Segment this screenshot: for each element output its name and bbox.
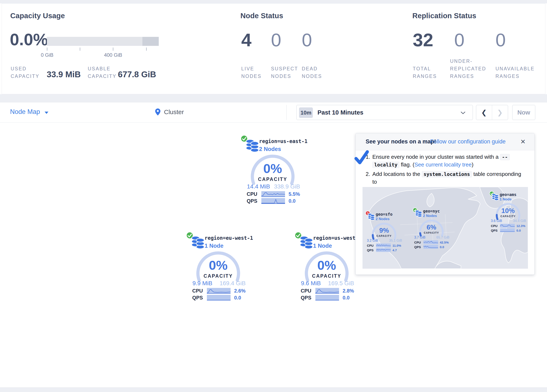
geo-used-capacity: 3.7 GiB	[414, 236, 425, 239]
geo-capacity-label: CAPACITY	[371, 234, 397, 237]
geo-used-capacity: 3.2 GiB	[367, 239, 378, 242]
cpu-value: 5.5%	[289, 191, 300, 197]
qps-sparkline	[500, 228, 515, 232]
breadcrumb-label: Cluster	[164, 109, 184, 116]
cpu-label: CPU	[247, 191, 257, 197]
cpu-sparkline	[500, 224, 515, 228]
step-text: flag. (	[399, 161, 414, 168]
unavailable-ranges-label: UNAVAILABLE RANGES	[495, 65, 546, 80]
locality-tree-link[interactable]: See current locality tree	[414, 161, 472, 168]
code-locality-flag-b: locality	[372, 162, 399, 168]
page-top-strip	[0, 0, 547, 3]
region-total-capacity: 169.5 GiB	[328, 280, 354, 287]
geo-locality-label: geo=nyc	[423, 209, 440, 213]
geo-capacity-percent: 10%	[495, 207, 521, 215]
step-text: )	[472, 161, 473, 168]
region-capacity-percent: 0%	[295, 258, 358, 273]
capacity-usage-title: Capacity Usage	[10, 12, 65, 20]
geo-card-nyc[interactable]: geo=nyc 2 Nodes 6% CAPACITY 3.7 GiB 65.7…	[413, 208, 451, 250]
region-capacity-label: CAPACITY	[241, 177, 304, 182]
qps-label: QPS	[414, 245, 421, 249]
region-card-eu-west-1[interactable]: region=eu-west-1 1 Node 0% CAPACITY 9.9 …	[187, 234, 252, 305]
step-number: 2.	[366, 170, 370, 178]
capacity-tick	[113, 48, 113, 51]
qps-value: 0.0	[440, 245, 444, 249]
qps-value: 4.7	[392, 248, 397, 252]
node-status-title: Node Status	[240, 12, 283, 20]
geo-total-capacity: 35.1 GiB	[389, 239, 402, 242]
capacity-tick	[146, 48, 147, 51]
time-forward-button[interactable]: ❯	[492, 105, 508, 120]
time-range-dropdown[interactable]: 10m Past 10 Minutes	[296, 105, 473, 120]
database-nodes-icon	[415, 210, 422, 218]
cpu-value: 12.3%	[516, 224, 526, 228]
live-nodes-label: LIVE NODES	[241, 65, 266, 80]
caret-down-icon	[45, 112, 48, 114]
region-nodes-link[interactable]: 2 Nodes	[259, 146, 281, 152]
cpu-sparkline	[315, 288, 339, 294]
capacity-bar-usable-segment	[47, 37, 142, 46]
setup-step-1: 1. Ensure every node in your cluster was…	[366, 153, 525, 169]
region-locality-label: region=eu-west-1	[205, 235, 253, 241]
qps-value: 0.0	[289, 198, 295, 204]
usable-capacity-value: 677.8 GiB	[118, 70, 156, 79]
cpu-label: CPU	[491, 224, 498, 228]
code-locality-flag-a: --	[500, 154, 510, 160]
geo-nodes-link: 1 Node	[500, 197, 512, 201]
region-capacity-percent: 0%	[187, 258, 250, 273]
breadcrumb[interactable]: Cluster	[155, 105, 184, 119]
geo-capacity-label: CAPACITY	[419, 231, 444, 234]
cpu-sparkline	[207, 288, 231, 294]
now-button[interactable]: Now	[512, 105, 535, 120]
live-nodes-count: 4	[241, 31, 252, 49]
geo-total-capacity: 34.4 GiB	[513, 219, 526, 223]
close-icon[interactable]: ✕	[520, 138, 526, 145]
configuration-guide-link[interactable]: Follow our configuration guide	[430, 138, 506, 145]
geo-card-sfo[interactable]: ! geo=sfo 2 Nodes 9% CAPACITY 3.2 GiB 35…	[366, 212, 403, 253]
capacity-tick-label-400: 400 GiB	[104, 52, 122, 58]
region-nodes-link[interactable]: 1 Node	[205, 243, 223, 249]
region-used-capacity: 9.9 MiB	[192, 280, 212, 287]
qps-sparkline	[424, 245, 438, 249]
geo-used-capacity: 3.6 GiB	[491, 219, 502, 223]
toolbar-divider	[287, 105, 287, 120]
popup-title: See your nodes on a map!	[366, 138, 436, 145]
code-system-locations: system.locations	[422, 171, 472, 177]
cpu-label: CPU	[301, 288, 311, 294]
under-replicated-count: 0	[454, 31, 465, 49]
step-done-check-icon	[354, 150, 369, 166]
view-selector-label: Node Map	[10, 108, 40, 115]
time-range-badge: 10m	[299, 107, 313, 118]
region-capacity-label: CAPACITY	[187, 273, 250, 279]
time-back-button[interactable]: ❮	[476, 105, 492, 120]
qps-value: 0.0	[234, 295, 241, 301]
database-nodes-icon	[246, 138, 259, 153]
region-nodes-link[interactable]: 1 Node	[313, 243, 332, 249]
chevron-down-icon	[460, 111, 465, 114]
time-step-buttons: ❮ ❯	[476, 105, 508, 120]
cpu-value: 42.5%	[440, 241, 449, 244]
qps-label: QPS	[247, 198, 257, 204]
geo-card-ams[interactable]: geo=ams 1 Node 10% CAPACITY 3.6 GiB 34.4…	[490, 192, 527, 234]
used-capacity-value: 33.9 MiB	[47, 70, 81, 79]
region-card-us-west-1[interactable]: region=us-west-1 1 Node 0% CAPACITY 9.6 …	[295, 234, 360, 305]
popup-header: See your nodes on a map! Follow our conf…	[356, 133, 534, 150]
geo-capacity-label: CAPACITY	[495, 215, 521, 218]
qps-label: QPS	[301, 295, 311, 301]
view-selector[interactable]: Node Map	[10, 108, 48, 116]
database-nodes-icon	[191, 235, 205, 250]
used-capacity-label: USED CAPACITY	[11, 65, 44, 80]
total-ranges-count: 32	[413, 31, 433, 49]
qps-value: 0.0	[343, 295, 349, 301]
region-total-capacity: 338.9 GiB	[274, 183, 300, 190]
region-capacity-percent: 0%	[241, 161, 304, 176]
cpu-label: CPU	[367, 244, 374, 247]
region-card-us-east-1[interactable]: region=us-east-1 2 Nodes 0% CAPACITY 14.…	[241, 137, 306, 208]
qps-label: QPS	[192, 295, 203, 301]
region-used-capacity: 9.6 MiB	[301, 280, 321, 287]
geo-nodes-link: 2 Nodes	[376, 217, 390, 221]
qps-label: QPS	[367, 248, 374, 252]
qps-sparkline	[315, 295, 339, 301]
total-ranges-label: TOTAL RANGES	[413, 65, 440, 80]
cpu-sparkline	[261, 191, 285, 197]
